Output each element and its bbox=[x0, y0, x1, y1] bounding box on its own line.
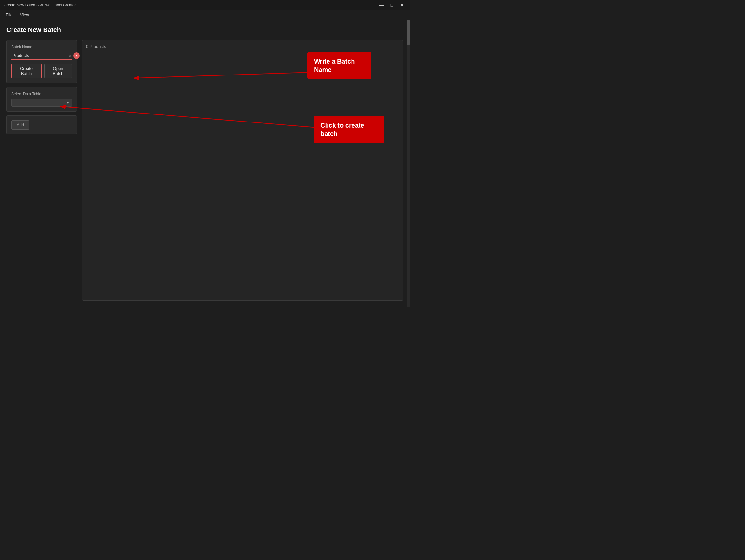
minimize-button[interactable]: — bbox=[378, 1, 385, 9]
batch-name-label: Batch Name bbox=[11, 45, 72, 49]
maximize-button[interactable]: □ bbox=[388, 1, 396, 9]
open-batch-button[interactable]: Open Batch bbox=[44, 64, 72, 78]
chevron-down-icon: ▾ bbox=[67, 101, 68, 105]
action-buttons-row: Create Batch Open Batch bbox=[11, 64, 72, 78]
products-count: 0 Products bbox=[86, 44, 399, 49]
batch-name-card: Batch Name × ● Create Batch Open Batch bbox=[6, 40, 77, 83]
menu-bar: File View bbox=[0, 10, 410, 20]
batch-name-input[interactable] bbox=[11, 52, 68, 59]
left-panel: Batch Name × ● Create Batch Open Batch S… bbox=[6, 40, 77, 301]
add-button[interactable]: Add bbox=[11, 120, 29, 130]
select-data-table-label: Select Data Table bbox=[11, 92, 72, 96]
content-area: Create New Batch Batch Name × ● Create B… bbox=[0, 20, 410, 307]
menu-view[interactable]: View bbox=[17, 11, 32, 19]
batch-name-input-row: × ● bbox=[11, 52, 72, 60]
menu-file[interactable]: File bbox=[3, 11, 16, 19]
window-title: Create New Batch - Arrowat Label Creator bbox=[4, 3, 76, 7]
title-bar: Create New Batch - Arrowat Label Creator… bbox=[0, 0, 410, 10]
annotation-click-create-batch: Click to createbatch bbox=[314, 116, 384, 143]
select-data-table-card: Select Data Table ▾ bbox=[6, 87, 77, 112]
window-controls: — □ ✕ bbox=[378, 1, 406, 9]
data-table-dropdown[interactable]: ▾ bbox=[11, 99, 72, 107]
create-batch-button[interactable]: Create Batch bbox=[11, 64, 42, 78]
scrollbar-thumb bbox=[407, 20, 410, 45]
close-button[interactable]: ✕ bbox=[398, 1, 406, 9]
annotation-write-batch-name: Write a BatchName bbox=[307, 52, 371, 79]
add-card: Add bbox=[6, 115, 77, 134]
page-title: Create New Batch bbox=[6, 26, 403, 34]
clear-input-button[interactable]: × bbox=[68, 53, 73, 59]
arrow-indicator: ● bbox=[73, 53, 80, 59]
vertical-scrollbar[interactable] bbox=[407, 20, 410, 307]
